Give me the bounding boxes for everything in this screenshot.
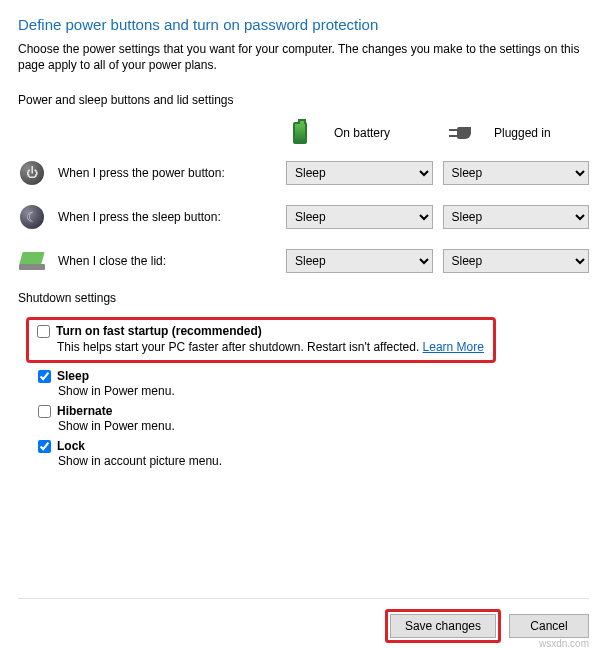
plug-icon [446, 119, 474, 147]
hibernate-option: Hibernate Show in Power menu. [38, 404, 589, 433]
page-heading: Define power buttons and turn on passwor… [18, 16, 589, 33]
save-button[interactable]: Save changes [390, 614, 496, 638]
cancel-button[interactable]: Cancel [509, 614, 589, 638]
save-highlight: Save changes [385, 609, 501, 643]
battery-col-label: On battery [334, 126, 390, 140]
hibernate-option-desc: Show in Power menu. [58, 419, 589, 433]
lid-battery-select[interactable]: Sleep [286, 249, 433, 273]
hibernate-option-title: Hibernate [57, 404, 112, 418]
watermark: wsxdn.com [539, 638, 589, 648]
page-intro: Choose the power settings that you want … [18, 41, 589, 73]
sleep-checkbox[interactable] [38, 370, 51, 383]
power-button-battery-select[interactable]: Sleep [286, 161, 433, 185]
sleep-button-battery-select[interactable]: Sleep [286, 205, 433, 229]
power-button-label: When I press the power button: [58, 166, 286, 180]
lock-option-desc: Show in account picture menu. [58, 454, 589, 468]
lock-option-title: Lock [57, 439, 85, 453]
sleep-button-plugged-select[interactable]: Sleep [443, 205, 590, 229]
power-button-plugged-select[interactable]: Sleep [443, 161, 590, 185]
power-button-row: When I press the power button: Sleep Sle… [18, 159, 589, 187]
sleep-button-row: When I press the sleep button: Sleep Sle… [18, 203, 589, 231]
footer: Save changes Cancel wsxdn.com [18, 598, 589, 643]
power-button-icon [18, 159, 46, 187]
sleep-option: Sleep Show in Power menu. [38, 369, 589, 398]
sleep-option-title: Sleep [57, 369, 89, 383]
lock-checkbox[interactable] [38, 440, 51, 453]
buttons-lid-section-label: Power and sleep buttons and lid settings [18, 93, 589, 107]
fast-startup-highlight: Turn on fast startup (recommended) This … [26, 317, 496, 363]
sleep-button-icon [18, 203, 46, 231]
sleep-button-label: When I press the sleep button: [58, 210, 286, 224]
fast-startup-checkbox[interactable] [37, 325, 50, 338]
laptop-lid-icon [18, 247, 46, 275]
sleep-option-desc: Show in Power menu. [58, 384, 589, 398]
shutdown-section-label: Shutdown settings [18, 291, 589, 305]
learn-more-link[interactable]: Learn More [423, 340, 484, 354]
hibernate-checkbox[interactable] [38, 405, 51, 418]
column-headers: On battery Plugged in [18, 119, 589, 147]
lock-option: Lock Show in account picture menu. [38, 439, 589, 468]
lid-label: When I close the lid: [58, 254, 286, 268]
fast-startup-desc: This helps start your PC faster after sh… [57, 340, 485, 354]
fast-startup-title: Turn on fast startup (recommended) [56, 324, 262, 338]
plugged-col-label: Plugged in [494, 126, 551, 140]
lid-row: When I close the lid: Sleep Sleep [18, 247, 589, 275]
battery-icon [286, 119, 314, 147]
lid-plugged-select[interactable]: Sleep [443, 249, 590, 273]
